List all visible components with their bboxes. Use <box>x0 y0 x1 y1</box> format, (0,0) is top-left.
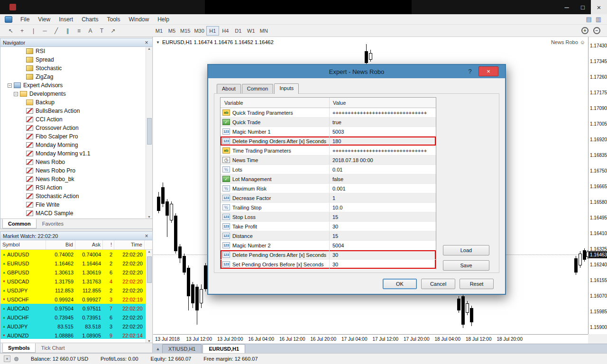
cursor-icon[interactable]: ↖ <box>6 26 16 36</box>
menu-item-insert[interactable]: Insert <box>55 16 77 23</box>
dialog-close-button[interactable]: × <box>478 66 498 76</box>
tree-item-rsi-action[interactable]: RSI Action <box>0 183 146 192</box>
crosshair-icon[interactable]: + <box>17 26 27 36</box>
tree-item-cci-action[interactable]: CCI Action <box>0 115 146 124</box>
trendline-icon[interactable]: ╱ <box>51 26 61 36</box>
close-button[interactable]: × <box>591 0 607 14</box>
market-watch-row-usdchf[interactable]: ▼USDCHF0.999240.99927322:02:19 <box>0 295 152 304</box>
dialog-tab-about[interactable]: About <box>217 84 241 93</box>
param-value-cell[interactable]: 180 <box>330 136 436 146</box>
market-watch-row-audchf[interactable]: ▲AUDCHF0.739450.73951622:02:20 <box>0 313 152 322</box>
timeframe-button-mn[interactable]: MN <box>258 26 270 36</box>
dialog-tab-common[interactable]: Common <box>242 84 274 93</box>
param-value-cell[interactable]: 30 <box>330 250 436 259</box>
load-button[interactable]: Load <box>443 245 489 255</box>
timeframe-button-h4[interactable]: H4 <box>219 26 232 36</box>
market-watch-scrollbar[interactable]: ▲ ▼ <box>146 250 152 343</box>
tree-item-crossover-action[interactable]: Crossover Action <box>0 124 146 132</box>
tree-item-macd-sample[interactable]: MACD Sample <box>0 209 146 218</box>
market-watch-row-eurusd[interactable]: ▲EURUSD1.164621.16464222:02:20 <box>0 259 152 268</box>
chart-tab-eurusd-h1[interactable]: EURUSD,H1 <box>202 344 245 353</box>
market-watch-row-audnzd[interactable]: ▼AUDNZD1.088861.08905922:02:14 <box>0 331 152 339</box>
text-icon[interactable]: A <box>85 26 95 36</box>
param-value-cell[interactable]: +++++++++++++++++++++++++++++++ <box>330 108 436 117</box>
market-watch-row-usdjpy[interactable]: ▲USDJPY112.853112.855222:02:20 <box>0 286 152 295</box>
param-value-cell[interactable]: 30 <box>330 222 436 231</box>
tree-item-fibo-scalper-pro[interactable]: Fibo Scalper Pro <box>0 132 146 141</box>
menu-item-file[interactable]: File <box>16 16 34 23</box>
dialog-tab-inputs[interactable]: Inputs <box>274 83 299 94</box>
param-value-cell[interactable]: 2018.07.18 00:00 <box>330 155 436 164</box>
dock-window-icon[interactable]: ▲ <box>154 345 162 353</box>
chart-tab-xtiusd-h1[interactable]: XTIUSD,H1 <box>162 344 202 353</box>
market-watch-row-gbpusd[interactable]: ▲GBPUSD1.306131.30619622:02:20 <box>0 268 152 277</box>
column-header-[interactable]: ! <box>103 240 114 249</box>
cancel-button[interactable]: Cancel <box>421 279 455 289</box>
column-header-bid[interactable]: Bid <box>46 240 75 249</box>
market-watch-row-audusd[interactable]: ▲AUDUSD0.740020.74004222:02:20 <box>0 250 152 259</box>
param-value-cell[interactable]: false <box>330 174 436 183</box>
scrollbar-thumb[interactable] <box>147 118 152 145</box>
tree-item-monday-morning-v1-1[interactable]: Monday Morning v1.1 <box>0 149 146 158</box>
scroll-down-icon[interactable]: ▼ <box>147 339 151 343</box>
tree-item-news-robo-bk[interactable]: News Robo_bk <box>0 175 146 183</box>
window-layout-icon[interactable]: ▥ <box>596 16 601 23</box>
param-value-cell[interactable]: true <box>330 118 436 127</box>
navigator-tab-common[interactable]: Common <box>2 219 37 228</box>
label-icon[interactable]: T <box>97 26 107 36</box>
param-value-cell[interactable]: 1 <box>330 193 436 202</box>
param-value-cell[interactable]: 5004 <box>330 241 436 250</box>
channel-icon[interactable]: ∥ <box>63 26 73 36</box>
param-value-cell[interactable]: 15 <box>330 231 436 240</box>
market-watch-tab-tick-chart[interactable]: Tick Chart <box>36 343 71 353</box>
tree-item-developments[interactable]: −Developments <box>0 90 146 98</box>
horizontal-line-icon[interactable]: ─ <box>40 26 50 36</box>
menu-item-help[interactable]: Help <box>153 16 174 23</box>
param-value-cell[interactable]: 15 <box>330 212 436 221</box>
minimize-button[interactable]: ─ <box>559 0 575 14</box>
tree-item-rsi[interactable]: RSI <box>0 47 146 55</box>
collapse-toggle-icon[interactable]: − <box>8 83 12 88</box>
market-watch-close-icon[interactable]: × <box>143 233 150 239</box>
timeframe-button-h1[interactable]: H1 <box>206 26 219 36</box>
param-value-cell[interactable]: 10.0 <box>330 203 436 212</box>
market-watch-tab-symbols[interactable]: Symbols <box>2 343 36 353</box>
navigator-scrollbar[interactable]: ▲ ▼ <box>146 47 152 218</box>
timeframe-button-m30[interactable]: M30 <box>192 26 206 36</box>
save-button[interactable]: Save <box>443 260 489 271</box>
timeframe-button-m15[interactable]: M15 <box>178 26 192 36</box>
reset-button[interactable]: Reset <box>460 279 494 289</box>
param-value-cell[interactable]: 0.01 <box>330 165 436 174</box>
navigator-tab-favorites[interactable]: Favorites <box>37 219 69 228</box>
tree-item-expert-advisors[interactable]: −Expert Advisors <box>0 81 146 90</box>
market-watch-row-audcad[interactable]: ▲AUDCAD0.975040.97511722:02:20 <box>0 304 152 313</box>
maximize-button[interactable]: □ <box>575 0 591 14</box>
tree-item-news-robo[interactable]: News Robo <box>0 158 146 166</box>
ok-button[interactable]: OK <box>383 279 417 289</box>
column-header-time[interactable]: Time <box>114 240 145 249</box>
new-chart-icon[interactable]: ▤ <box>586 16 591 23</box>
menu-item-view[interactable]: View <box>34 16 55 23</box>
param-value-cell[interactable]: 30 <box>330 260 436 269</box>
menu-item-charts[interactable]: Charts <box>77 16 102 23</box>
timeframe-button-w1[interactable]: W1 <box>245 26 258 36</box>
dialog-title-bar[interactable]: Expert - News Robo ? × <box>208 65 505 78</box>
dialog-help-button[interactable]: ? <box>466 68 474 75</box>
menu-item-window[interactable]: Window <box>125 16 154 23</box>
tree-item-news-robo-pro[interactable]: News Robo Pro <box>0 166 146 175</box>
timeframe-button-m5[interactable]: M5 <box>166 26 178 36</box>
tree-item-zigzag[interactable]: ZigZag <box>0 73 146 81</box>
tree-item-file-write[interactable]: File Write <box>0 200 146 209</box>
tree-item-bullsbears-action[interactable]: BullsBears Action <box>0 107 146 115</box>
navigator-close-icon[interactable]: × <box>143 39 150 46</box>
scroll-up-icon[interactable]: ▲ <box>147 47 151 50</box>
vertical-line-icon[interactable]: | <box>28 26 38 36</box>
tree-item-backup[interactable]: Backup <box>0 98 146 107</box>
scrollbar-thumb[interactable] <box>147 256 152 283</box>
tree-item-monday-morning[interactable]: Monday Morning <box>0 141 146 149</box>
tree-item-stochastic[interactable]: Stochastic <box>0 64 146 73</box>
arrows-icon[interactable]: ↗ <box>108 26 118 36</box>
market-watch-row-usdcad[interactable]: ▼USDCAD1.317591.31763422:02:20 <box>0 277 152 286</box>
timeframe-button-m1[interactable]: M1 <box>153 26 166 36</box>
tree-item-spread[interactable]: Spread <box>0 55 146 64</box>
